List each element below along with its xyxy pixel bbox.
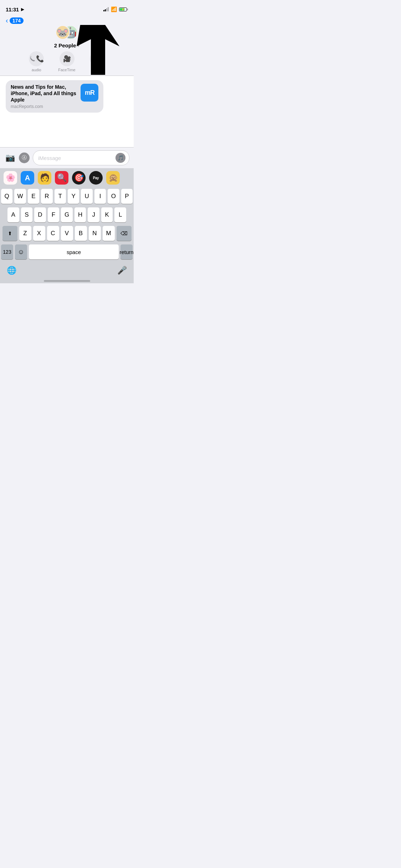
key-d[interactable]: D [34,207,46,222]
camera-icon: 📷 [5,153,15,162]
key-l[interactable]: L [114,207,126,222]
key-n[interactable]: N [89,226,101,241]
message-bubble[interactable]: News and Tips for Mac, iPhone, iPad, and… [6,80,103,113]
message-text-main: News and Tips for Mac, iPhone, iPad, and… [11,84,77,103]
key-o[interactable]: O [108,189,119,204]
monkey-app-icon[interactable]: 🙊 [106,171,120,185]
message-text-sub: macReports.com [11,104,77,109]
keyboard-row-3: ⬆ Z X C V B N M ⌫ [1,226,133,241]
space-key[interactable]: space [29,244,119,259]
home-indicator [1,277,133,283]
home-bar [44,280,90,282]
key-g[interactable]: G [61,207,73,222]
monkey-icon: 🙊 [108,173,118,182]
info-button-circle: ℹ️ [90,51,105,66]
fitness-icon: 🎯 [74,173,84,182]
globe-key[interactable]: 🌐 [7,266,16,275]
facetime-button[interactable]: 🎥 FaceTime [58,51,76,72]
back-badge: 174 [10,17,24,24]
audio-button[interactable]: 📞 audio [29,51,44,72]
facetime-label: FaceTime [58,68,76,72]
keyboard-row-1: Q W E R T Y U I O P [1,189,133,204]
info-icon: ℹ️ [93,55,101,63]
key-c[interactable]: C [47,226,59,241]
key-f[interactable]: F [48,207,60,222]
memoji-icon: 🧑 [40,173,50,182]
applepay-app-icon[interactable]: Pay [89,171,103,185]
key-y[interactable]: Y [68,189,79,204]
key-h[interactable]: H [74,207,86,222]
audio-label: audio [32,68,41,72]
photos-icon: 🌸 [6,173,15,182]
key-i[interactable]: I [94,189,106,204]
audio-button-circle: 📞 [29,51,44,66]
key-s[interactable]: S [21,207,33,222]
imessage-input[interactable]: iMessage 🎵 [33,150,129,165]
key-q[interactable]: Q [1,189,12,204]
group-name-row[interactable]: 2 People ▾ [54,42,80,48]
status-time: 11:31 ▶ [6,6,24,12]
message-logo: mR [81,84,98,102]
battery-icon: ⚡ [119,7,128,11]
keyboard: Q W E R T Y U I O P A S D F G H J K L ⬆ … [0,187,134,283]
messages-area: News and Tips for Mac, iPhone, iPad, and… [0,76,134,147]
key-j[interactable]: J [88,207,99,222]
app-store-button[interactable]: Ⓐ [19,152,30,164]
key-r[interactable]: R [41,189,52,204]
avatar-1: 🐭 [56,25,70,40]
key-w[interactable]: W [14,189,26,204]
info-label: info [94,68,101,72]
key-p[interactable]: P [121,189,133,204]
input-bar: 📷 Ⓐ iMessage 🎵 [0,147,134,168]
key-m[interactable]: M [103,226,115,241]
apps-icon: Ⓐ [19,153,30,163]
return-key[interactable]: return [120,244,133,259]
info-button[interactable]: ℹ️ info [90,51,105,72]
group-name: 2 People [54,42,76,48]
key-x[interactable]: X [33,226,45,241]
back-button[interactable]: ‹ 174 [6,17,24,24]
key-z[interactable]: Z [19,226,31,241]
emoji-key[interactable]: ☺ [15,244,27,259]
action-buttons-row: 📞 audio 🎥 FaceTime ℹ️ info [29,51,105,72]
avatar-stack: 🐭 🤖 [56,25,78,41]
search-globe-icon: 🔍 [57,173,67,182]
logo-text: mR [85,89,94,97]
shift-key[interactable]: ⬆ [2,226,17,241]
message-row: News and Tips for Mac, iPhone, iPad, and… [6,80,128,113]
microphone-key[interactable]: 🎤 [117,266,127,275]
signal-icon [103,7,109,11]
status-icons: 📶 ⚡ [103,6,128,12]
delete-key[interactable]: ⌫ [117,226,132,241]
photos-app-icon[interactable]: 🌸 [4,171,17,185]
appstore-app-icon[interactable]: A [21,171,34,185]
key-k[interactable]: K [101,207,113,222]
fitness-app-icon[interactable]: 🎯 [72,171,86,185]
avatars-row: 🐭 🤖 [56,25,78,41]
facetime-button-circle: 🎥 [60,51,74,66]
back-chevron-icon: ‹ [6,17,8,24]
key-e[interactable]: E [28,189,39,204]
keyboard-row-4: 123 ☺ space return [1,244,133,259]
keyboard-row-2: A S D F G H J K L [1,207,133,222]
bubble-text: News and Tips for Mac, iPhone, iPad, and… [11,84,77,109]
key-b[interactable]: B [75,226,87,241]
key-v[interactable]: V [61,226,73,241]
input-placeholder: iMessage [38,155,113,161]
video-icon: 🎥 [63,55,71,63]
search-app-icon[interactable]: 🔍 [55,171,68,185]
applepay-icon: Pay [93,176,99,180]
camera-button[interactable]: 📷 [4,152,16,164]
memoji-app-icon[interactable]: 🧑 [38,171,51,185]
app-strip: 🌸 A 🧑 🔍 🎯 Pay 🙊 [0,168,134,187]
key-u[interactable]: U [81,189,92,204]
key-a[interactable]: A [7,207,19,222]
status-bar: 11:31 ▶ 📶 ⚡ [0,0,134,16]
keyboard-bottom: 🌐 🎤 [1,263,133,277]
phone-icon [29,55,36,62]
voice-input-button[interactable]: 🎵 [115,153,125,163]
chevron-down-icon: ▾ [77,43,79,48]
key-t[interactable]: T [55,189,66,204]
back-row: ‹ 174 [6,17,128,24]
numbers-key[interactable]: 123 [1,244,13,259]
